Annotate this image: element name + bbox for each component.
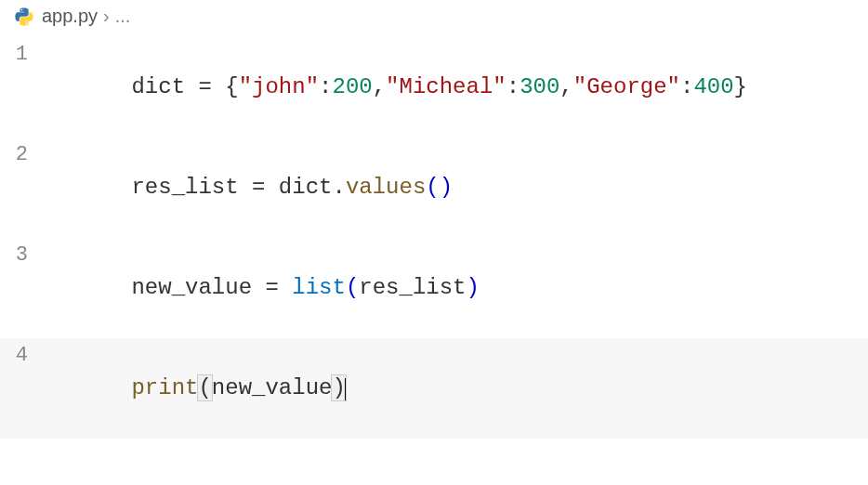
code-line-1[interactable]: 1 dict = {"john":200,"Micheal":300,"Geor…: [0, 37, 868, 138]
breadcrumb-separator: ›: [103, 6, 110, 27]
line-number: 1: [0, 39, 51, 70]
breadcrumb-dots[interactable]: ...: [115, 6, 131, 27]
editor-cursor: [345, 378, 346, 400]
code-line-4[interactable]: 4 print(new_value): [0, 338, 868, 439]
line-number: 3: [0, 240, 51, 270]
breadcrumb[interactable]: app.py › ...: [0, 0, 868, 33]
code-line-2[interactable]: 2 res_list = dict.values(): [0, 138, 868, 238]
line-number: 4: [0, 340, 51, 371]
python-icon: [14, 7, 34, 27]
breadcrumb-filename[interactable]: app.py: [42, 6, 98, 27]
code-editor[interactable]: 1 dict = {"john":200,"Micheal":300,"Geor…: [0, 33, 868, 466]
code-line-3[interactable]: 3 new_value = list(res_list): [0, 238, 868, 338]
line-number: 2: [0, 139, 51, 170]
